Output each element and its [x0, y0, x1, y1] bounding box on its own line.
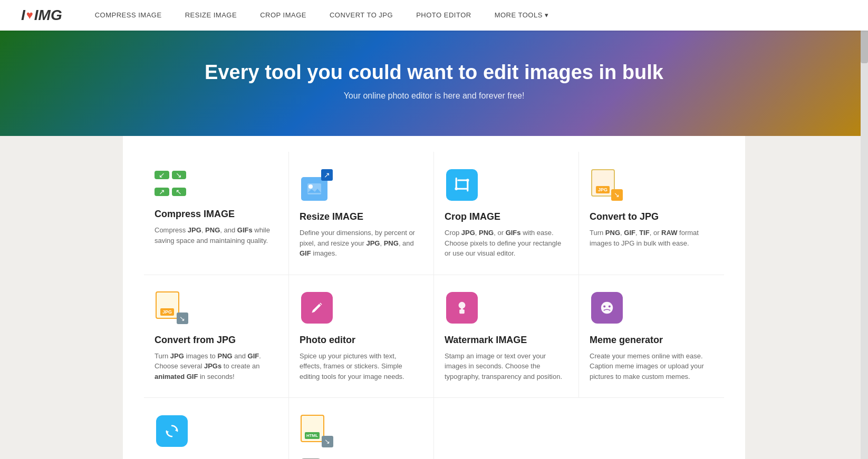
convert-from-jpg-desc: Turn JPG images to PNG and GIF. Choose s… [155, 351, 273, 382]
tool-meme[interactable]: Meme generator Create your memes online … [579, 275, 724, 398]
logo-i: I [21, 7, 25, 24]
photo-editor-desc: Spice up your pictures with text, effect… [300, 351, 418, 382]
nav-item-photo-editor[interactable]: PHOTO EDITOR [404, 0, 483, 31]
tool-rotate[interactable]: Rotate IMAGE Rotate many images JPG, PNG… [144, 398, 289, 459]
svg-point-2 [455, 187, 457, 190]
compress-arrow-tl: ↙ [155, 171, 169, 179]
meme-icon-wrap [591, 292, 623, 324]
svg-point-7 [601, 302, 612, 314]
watermark-icon-wrap [446, 292, 478, 324]
html-badge: HTML [305, 432, 320, 439]
tool-html-to-image[interactable]: HTML ↘ New! HTML to IMAGE Convert webpag… [289, 398, 434, 459]
tool-photo-editor[interactable]: Photo editor Spice up your pictures with… [289, 275, 434, 398]
watermark-icon [445, 291, 479, 325]
meme-title: Meme generator [590, 335, 708, 346]
nav-links: COMPRESS IMAGE RESIZE IMAGE CROP IMAGE C… [83, 0, 561, 31]
html-arrow-icon: ↘ [322, 436, 333, 447]
logo[interactable]: I ♥ IMG [21, 7, 62, 24]
svg-point-8 [603, 306, 605, 308]
compress-desc: Compress JPG, PNG, and GIFs while saving… [155, 225, 273, 246]
crop-icon-wrap [446, 169, 478, 201]
tool-watermark[interactable]: Watermark IMAGE Stamp an image or text o… [434, 275, 579, 398]
tool-convert-to-jpg[interactable]: JPG ↘ Convert to JPG Turn PNG, GIF, TIF,… [579, 152, 724, 275]
svg-point-9 [608, 306, 610, 308]
jpg-arrow-icon: ↘ [611, 189, 623, 201]
crop-icon [445, 168, 479, 202]
photo-editor-title: Photo editor [300, 335, 418, 346]
logo-img: IMG [34, 7, 62, 24]
resize-title: Resize IMAGE [300, 211, 418, 222]
from-jpg-wrap: JPG ↘ [156, 291, 188, 324]
convert-from-jpg-icon: JPG ↘ [155, 291, 189, 325]
rotate-icon-wrap [156, 415, 188, 447]
tool-crop[interactable]: Crop IMAGE Crop JPG, PNG, or GIFs with e… [434, 152, 579, 275]
crop-desc: Crop JPG, PNG, or GIFs with ease. Choose… [445, 228, 563, 259]
resize-arrow-icon: ↗ [321, 169, 333, 181]
svg-rect-6 [461, 308, 462, 310]
from-jpg-arrow-icon: ↘ [177, 312, 188, 324]
tool-resize[interactable]: ↗ Resize IMAGE Define your dimensions, b… [289, 152, 434, 275]
hero-title: Every tool you could want to edit images… [205, 61, 663, 85]
tools-container: ↙ ↘ ↗ ↖ Compress IMAGE Compress JPG, PNG… [123, 136, 745, 459]
watermark-desc: Stamp an image or text over your images … [445, 351, 563, 382]
from-jpg-paper: JPG [156, 291, 179, 319]
crop-title: Crop IMAGE [445, 211, 563, 222]
meme-desc: Create your memes online with ease. Capt… [590, 351, 708, 382]
nav-item-compress[interactable]: COMPRESS IMAGE [83, 0, 173, 31]
resize-desc: Define your dimensions, by percent or pi… [300, 228, 418, 259]
compress-title: Compress IMAGE [155, 209, 273, 220]
html-paper: HTML [301, 415, 324, 442]
convert-from-jpg-title: Convert from JPG [155, 335, 273, 346]
svg-point-3 [466, 179, 469, 181]
tools-wrapper: ↙ ↘ ↗ ↖ Compress IMAGE Compress JPG, PNG… [0, 136, 868, 459]
scrollbar[interactable] [861, 0, 868, 459]
navigation: I ♥ IMG COMPRESS IMAGE RESIZE IMAGE CROP… [0, 0, 868, 31]
photo-editor-icon [300, 291, 334, 325]
hero-subtitle: Your online photo editor is here and for… [344, 91, 525, 101]
compress-arrow-tr: ↘ [172, 171, 187, 179]
html-icon-wrap: HTML ↘ [301, 415, 333, 447]
nav-item-convert[interactable]: CONVERT TO JPG [318, 0, 404, 31]
convert-to-jpg-title: Convert to JPG [590, 211, 708, 222]
tool-convert-from-jpg[interactable]: JPG ↘ Convert from JPG Turn JPG images t… [144, 275, 289, 398]
nav-item-crop[interactable]: CROP IMAGE [248, 0, 318, 31]
html-to-image-icon: HTML ↘ [300, 414, 334, 448]
svg-point-4 [458, 302, 465, 309]
nav-item-resize[interactable]: RESIZE IMAGE [173, 0, 248, 31]
convert-to-jpg-wrap: JPG ↘ [591, 169, 623, 201]
tool-compress[interactable]: ↙ ↘ ↗ ↖ Compress IMAGE Compress JPG, PNG… [144, 152, 289, 275]
compress-arrow-bl: ↗ [155, 188, 169, 196]
photo-editor-icon-wrap [301, 292, 333, 324]
compress-arrow-br: ↖ [172, 188, 187, 196]
jpg-badge: JPG [596, 186, 610, 193]
compress-icon: ↙ ↘ ↗ ↖ [155, 168, 186, 199]
tools-grid: ↙ ↘ ↗ ↖ Compress IMAGE Compress JPG, PNG… [144, 152, 724, 459]
watermark-title: Watermark IMAGE [445, 335, 563, 346]
resize-icon: ↗ [300, 168, 334, 202]
svg-point-1 [308, 184, 313, 189]
hero-section: Every tool you could want to edit images… [0, 31, 868, 136]
from-jpg-badge: JPG [160, 308, 174, 316]
convert-to-jpg-desc: Turn PNG, GIF, TIF, or RAW format images… [590, 228, 708, 248]
logo-heart-icon: ♥ [26, 8, 33, 22]
convert-to-jpg-icon: JPG ↘ [590, 168, 624, 202]
meme-icon [590, 291, 624, 325]
resize-icon-wrap: ↗ [301, 169, 333, 201]
nav-item-more-tools[interactable]: MORE TOOLS ▾ [483, 0, 561, 31]
rotate-icon [155, 414, 189, 448]
